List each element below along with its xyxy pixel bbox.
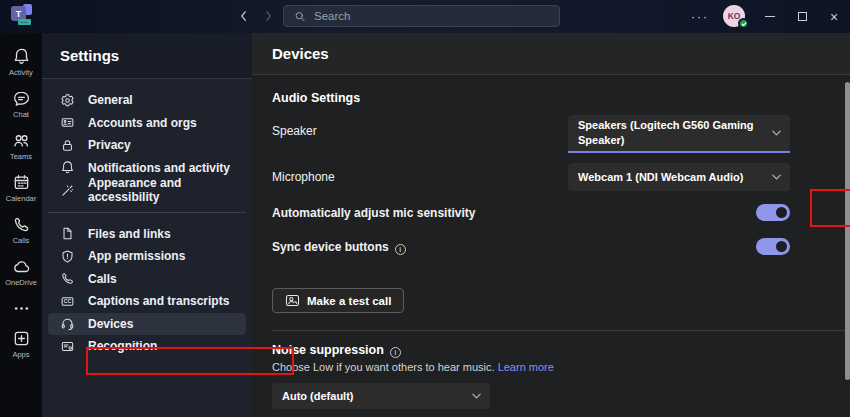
sidebar-item-label: Files and links xyxy=(88,227,171,241)
info-icon: i xyxy=(395,244,406,255)
chevron-right-icon xyxy=(261,9,275,23)
sidebar-item-appearance[interactable]: Appearance and accessibility xyxy=(48,179,246,202)
wand-icon xyxy=(60,183,75,198)
noise-suppression-description: Choose Low if you want others to hear mu… xyxy=(272,361,554,373)
sidebar-title: Settings xyxy=(42,33,252,79)
lock-icon xyxy=(60,138,75,153)
audio-settings-title: Audio Settings xyxy=(272,91,360,105)
make-test-call-button[interactable]: Make a test call xyxy=(272,288,404,313)
speaker-value: Speakers (Logitech G560 Gaming Speaker) xyxy=(578,118,764,148)
captions-icon: CC xyxy=(60,294,75,309)
sidebar-item-general[interactable]: General xyxy=(48,89,246,112)
search-box[interactable] xyxy=(283,5,560,27)
sidebar-item-label: General xyxy=(88,93,133,107)
learn-more-link[interactable]: Learn more xyxy=(498,361,554,373)
bell-icon xyxy=(12,47,31,66)
title-bar: T••• ··· KO × xyxy=(0,0,850,33)
phone-icon xyxy=(12,215,31,234)
mic-sensitivity-toggle[interactable] xyxy=(756,204,790,221)
page-title: Devices xyxy=(252,33,850,75)
rail-item-chat[interactable]: Chat xyxy=(0,83,42,125)
badge-icon xyxy=(60,339,75,354)
highlight-box-microphone xyxy=(810,189,850,227)
headset-icon xyxy=(60,316,75,331)
sidebar-item-label: Captions and transcripts xyxy=(88,294,229,308)
chat-icon xyxy=(12,89,31,108)
sidebar-item-calls[interactable]: Calls xyxy=(48,268,246,291)
sidebar-item-label: Recognition xyxy=(88,339,157,353)
more-options-button[interactable]: ··· xyxy=(686,10,714,24)
speaker-dropdown[interactable]: Speakers (Logitech G560 Gaming Speaker) xyxy=(568,115,790,153)
rail-item-calls[interactable]: Calls xyxy=(0,209,42,251)
sidebar-item-app-permissions[interactable]: App permissions xyxy=(48,245,246,268)
chevron-down-icon xyxy=(771,128,782,139)
noise-suppression-dropdown[interactable]: Auto (default) xyxy=(272,383,490,409)
sidebar-item-privacy[interactable]: Privacy xyxy=(48,134,246,157)
close-button[interactable]: × xyxy=(818,0,850,33)
shield-icon xyxy=(60,249,75,264)
plus-square-icon xyxy=(12,329,31,348)
sidebar-item-label: App permissions xyxy=(88,249,185,263)
chevron-left-icon xyxy=(237,9,251,23)
rail-item-teams[interactable]: Teams xyxy=(0,125,42,167)
forward-button[interactable] xyxy=(260,8,276,24)
microphone-dropdown[interactable]: Webcam 1 (NDI Webcam Audio) xyxy=(568,163,790,191)
noise-suppression-value: Auto (default) xyxy=(282,389,353,404)
gear-icon xyxy=(60,93,75,108)
mic-sensitivity-label: Automatically adjust mic sensitivity xyxy=(272,206,475,220)
sidebar-item-label: Devices xyxy=(88,317,133,331)
phone-icon xyxy=(60,271,75,286)
search-icon xyxy=(294,10,306,23)
rail-more-button[interactable] xyxy=(0,293,42,323)
app-rail: Activity Chat Teams Calendar Calls OneDr… xyxy=(0,33,42,417)
sidebar-item-accounts[interactable]: Accounts and orgs xyxy=(48,112,246,135)
teams-settings-window: T••• ··· KO × Activity xyxy=(0,0,850,417)
devices-panel: Devices Audio Settings Speaker Speakers … xyxy=(252,33,850,417)
chevron-down-icon xyxy=(471,391,482,402)
maximize-button[interactable] xyxy=(786,0,818,33)
microphone-label: Microphone xyxy=(272,170,335,184)
calendar-icon xyxy=(12,173,31,192)
divider xyxy=(272,330,845,331)
sidebar-item-label: Appearance and accessibility xyxy=(88,176,246,204)
profile-button[interactable]: KO xyxy=(714,0,754,33)
scrollbar[interactable] xyxy=(845,82,850,380)
sidebar-item-label: Notifications and activity xyxy=(88,161,230,175)
file-icon xyxy=(60,226,75,241)
test-call-label: Make a test call xyxy=(307,295,391,307)
speaker-label: Speaker xyxy=(272,124,317,138)
more-dots-icon xyxy=(12,299,31,318)
minimize-icon xyxy=(765,16,775,17)
search-input[interactable] xyxy=(314,10,549,22)
bell-icon xyxy=(60,160,75,175)
presence-available-icon xyxy=(738,18,749,29)
sidebar-item-devices[interactable]: Devices xyxy=(48,313,246,336)
info-icon: i xyxy=(390,347,401,358)
rail-item-calendar[interactable]: Calendar xyxy=(0,167,42,209)
minimize-button[interactable] xyxy=(754,0,786,33)
microphone-value: Webcam 1 (NDI Webcam Audio) xyxy=(578,170,743,185)
sidebar-item-captions[interactable]: CC Captions and transcripts xyxy=(48,290,246,313)
sidebar-item-label: Privacy xyxy=(88,138,131,152)
rail-item-apps[interactable]: Apps xyxy=(0,323,42,365)
rail-item-activity[interactable]: Activity xyxy=(0,41,42,83)
noise-suppression-title: Noise suppressioni xyxy=(272,343,401,358)
back-button[interactable] xyxy=(236,8,252,24)
svg-text:CC: CC xyxy=(64,298,72,304)
divider xyxy=(48,212,246,213)
settings-sidebar: Settings General Accounts and orgs Priva… xyxy=(42,33,252,417)
teams-logo-icon: T••• xyxy=(11,4,37,30)
sidebar-item-files[interactable]: Files and links xyxy=(48,223,246,246)
sync-buttons-label: Sync device buttonsi xyxy=(272,240,406,255)
sidebar-item-recognition[interactable]: Recognition xyxy=(48,335,246,358)
id-card-icon xyxy=(60,115,75,130)
sidebar-item-label: Accounts and orgs xyxy=(88,116,197,130)
chevron-down-icon xyxy=(771,172,782,183)
cloud-icon xyxy=(12,257,31,276)
people-icon xyxy=(12,131,31,150)
sidebar-item-label: Calls xyxy=(88,272,117,286)
test-call-icon xyxy=(285,293,300,308)
maximize-icon xyxy=(798,12,807,21)
sync-buttons-toggle[interactable] xyxy=(756,238,790,255)
rail-item-onedrive[interactable]: OneDrive xyxy=(0,251,42,293)
